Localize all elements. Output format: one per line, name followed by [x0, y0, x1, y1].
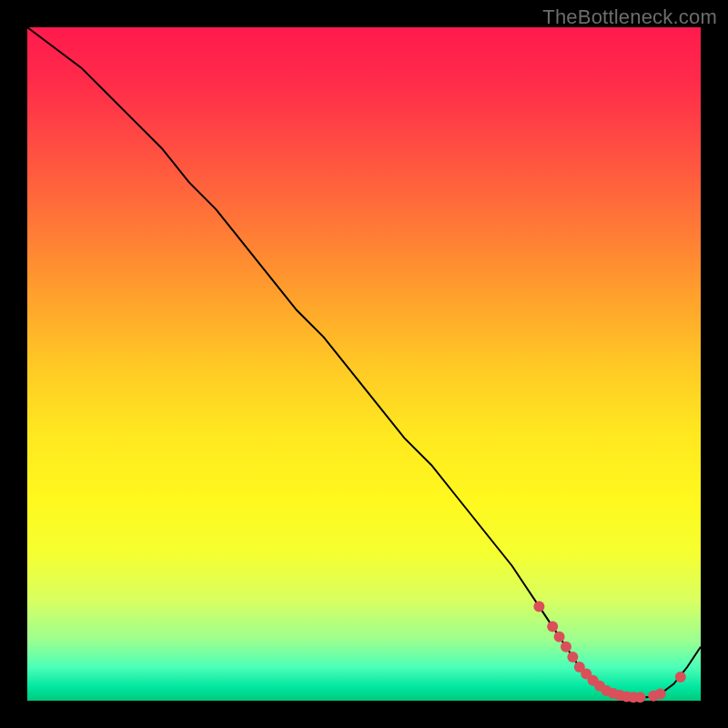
chart-svg [27, 27, 701, 701]
chart-container: TheBottleneck.com [0, 0, 728, 728]
data-marker [561, 642, 571, 652]
data-marker [547, 622, 558, 632]
markers-group [533, 601, 685, 703]
watermark-text: TheBottleneck.com [542, 5, 717, 29]
data-marker [634, 692, 645, 703]
data-marker [567, 652, 578, 662]
data-marker [655, 689, 666, 700]
data-marker [533, 601, 544, 612]
data-marker [554, 632, 565, 642]
data-marker [675, 672, 686, 682]
bottleneck-curve [27, 27, 701, 697]
plot-area [27, 27, 701, 701]
